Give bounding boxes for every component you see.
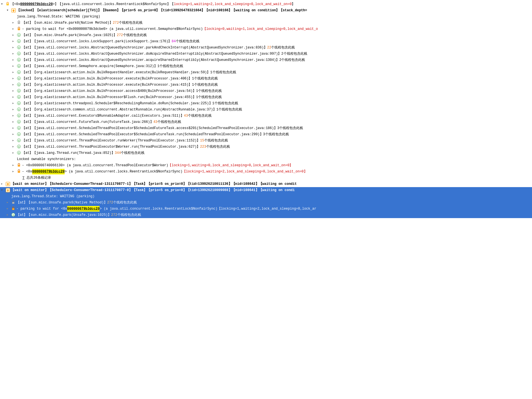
tree-row[interactable]: ▶S【at】【java.util.concurrent.FutureTask.r…	[0, 119, 532, 125]
tree-row[interactable]: ▶S【at】【org.elasticsearch.action.bulk.Bul…	[0, 94, 532, 100]
tree-row[interactable]: ▶S【at】【java.util.concurrent.locks.Abstra…	[0, 51, 532, 57]
toggle-icon[interactable]: ▶	[1, 181, 5, 187]
svg-text:S: S	[18, 65, 19, 68]
text-content: 【<0x	[11, 1, 20, 7]
text-content: 【at】【sun.misc.Unsafe.park(Unsafe.java:10…	[16, 212, 111, 218]
toggle-icon[interactable]: ▶	[12, 26, 16, 32]
text-magenta-content: 84	[172, 39, 175, 44]
tree-row[interactable]: ▶【at】【sun.misc.Unsafe.park0(Native Metho…	[0, 20, 532, 26]
tree-row[interactable]: ▼【wait on monitor】【Schedulerx-ConsumerTh…	[0, 187, 532, 193]
toggle-icon[interactable]: ▶	[12, 88, 16, 94]
tree-row[interactable]: ▶S【at】【java.util.concurrent.locks.Abstra…	[0, 57, 532, 63]
toggle-icon[interactable]: ▶	[12, 119, 16, 125]
tree-row[interactable]: ▶【wait on monitor】【Schedulerx-ConsumerTh…	[0, 181, 532, 187]
lock-icon	[11, 200, 16, 205]
tree-row[interactable]: ▶S【at】【java.util.concurrent.locks.LockSu…	[0, 38, 532, 45]
toggle-icon[interactable]: ▶	[12, 169, 16, 174]
toggle-icon[interactable]: ▶	[12, 101, 16, 106]
toggle-icon[interactable]: ▶	[12, 132, 16, 137]
toggle-icon[interactable]: ▼	[1, 1, 5, 7]
toggle-icon[interactable]: ▶	[7, 200, 11, 205]
text-content: 【at】【java.util.concurrent.Semaphore.acqu…	[22, 63, 183, 69]
tree-row[interactable]: ▶S【at】【sun.misc.Unsafe.park(Unsafe.java:…	[0, 32, 532, 38]
toggle-icon[interactable]: ▶	[12, 45, 16, 50]
svg-text:S: S	[18, 96, 19, 99]
tree-row[interactable]: ▶S【at】【org.elasticsearch.action.bulk.Bul…	[0, 69, 532, 76]
text-content: 【at】【java.util.concurrent.FutureTask.run…	[22, 119, 153, 125]
tree-row[interactable]: ▶S【at】【java.util.concurrent.ThreadPoolEx…	[0, 138, 532, 144]
toggle-icon[interactable]: ▶	[12, 70, 16, 75]
toggle-icon[interactable]: ▼	[7, 8, 11, 13]
toggle-icon[interactable]: ▶	[12, 163, 16, 168]
tree-row[interactable]: ▶S【at】【org.elasticsearch.action.bulk.Bul…	[0, 82, 532, 88]
text-orange-content: 344	[115, 150, 121, 156]
svg-text:S: S	[18, 146, 19, 148]
text-content: 个线程包含此栈	[157, 119, 181, 125]
tree-row[interactable]: ▶S【at】【java.util.concurrent.locks.Abstra…	[0, 45, 532, 51]
tree-row[interactable]: java.lang.Thread.State: WAITING (parking…	[0, 193, 532, 200]
text-orange-hl-content: 272	[111, 212, 117, 218]
tree-row[interactable]: ▶S【at】【org.elasticsearch.common.util.con…	[0, 107, 532, 113]
toggle-icon[interactable]: ▶	[12, 51, 16, 57]
toggle-icon[interactable]: ▶	[12, 32, 16, 38]
toggle-icon[interactable]: ▼	[1, 187, 5, 193]
tree-row[interactable]: ▶- <0x000000079b3dcc20> (a java.util.con…	[0, 169, 532, 175]
tree-row[interactable]: ▶S【at】【java.util.concurrent.Executors$Ru…	[0, 113, 532, 119]
tree-row[interactable]: ▶S【at】【java.lang.Thread.run(Thread.java:…	[0, 150, 532, 156]
toggle-icon[interactable]: ▶	[12, 57, 16, 63]
toggle-icon[interactable]: ▶	[12, 150, 16, 156]
toggle-icon[interactable]: ▶	[12, 107, 16, 112]
toggle-icon[interactable]: ▶	[12, 144, 16, 150]
tree-row[interactable]: ▶- parking to wait for <0x000000079b3dcb…	[0, 26, 532, 32]
stack-icon: S	[17, 145, 21, 149]
svg-point-50	[19, 172, 19, 172]
toggle-icon[interactable]: ▶	[12, 94, 16, 100]
text-content: 【at】【sun.misc.Unsafe.park0(Native Method…	[16, 200, 107, 205]
svg-text:S: S	[18, 140, 19, 142]
toggle-icon[interactable]: ▶	[7, 206, 11, 212]
stack-icon: S	[17, 95, 21, 99]
tree-row[interactable]: ▼【<0x000000079b3dcc20>】【java.util.concur…	[0, 1, 532, 7]
toggle-icon[interactable]: ▶	[12, 76, 16, 81]
text-content: 个线程包含此栈	[119, 20, 142, 26]
tree-row[interactable]: ▶【at】【sun.misc.Unsafe.park0(Native Metho…	[0, 200, 532, 206]
tree-row[interactable]: ▶S【at】【java.util.concurrent.ScheduledThr…	[0, 131, 532, 138]
toggle-icon[interactable]: ▶	[12, 82, 16, 88]
tree-row[interactable]: ▶S【at】【java.util.concurrent.ThreadPoolEx…	[0, 144, 532, 150]
stack-icon: S	[17, 64, 21, 68]
tree-row[interactable]: java.lang.Thread.State: WAITING (parking…	[0, 14, 532, 20]
thread-icon	[6, 182, 10, 186]
tree-row[interactable]: Locked ownable synchronizers:	[0, 156, 532, 162]
tree-row[interactable]: ∑ 总共26条栈记录	[0, 175, 532, 181]
svg-text:S: S	[18, 78, 19, 80]
text-bold-content: 【wait on monitor】【Schedulerx-ConsumerThr…	[11, 181, 297, 187]
toggle-icon[interactable]: ▶	[12, 125, 16, 131]
tree-row[interactable]: ▶S【at】【org.elasticsearch.action.bulk.Bul…	[0, 88, 532, 94]
text-orange-content: 223	[200, 144, 206, 150]
thread-icon	[6, 188, 10, 192]
thread-dump-view: ▼【<0x000000079b3dcc20>】【java.util.concur…	[0, 0, 532, 219]
tree-row[interactable]: ▶S【at】【org.elasticsearch.action.bulk.Bul…	[0, 76, 532, 82]
tree-row[interactable]: ▶- <0x000000740066130> (a java.util.conc…	[0, 162, 532, 169]
toggle-icon[interactable]: ▶	[12, 63, 16, 69]
toggle-icon[interactable]: ▶	[7, 212, 11, 218]
toggle-icon[interactable]: ▶	[12, 138, 16, 143]
text-content: 】	[292, 1, 295, 7]
toggle-icon[interactable]: ▶	[12, 113, 16, 119]
stack-icon: S	[17, 120, 21, 124]
toggle-icon[interactable]: ▶	[12, 20, 16, 26]
tree-row[interactable]: ▶S【at】【org.elasticsearch.threadpool.Sche…	[0, 100, 532, 107]
text-content: 【at】【org.elasticsearch.action.bulk.BulkP…	[22, 94, 222, 100]
text-orange-content: 43	[153, 119, 157, 125]
stack-icon: S	[17, 33, 21, 37]
tree-row[interactable]: ▶S【at】【java.util.concurrent.Semaphore.ac…	[0, 63, 532, 69]
tree-row[interactable]: ▼【locked】【elasticsearch[scheduler][T#1]】…	[0, 7, 532, 14]
tree-row[interactable]: ▶S【at】【java.util.concurrent.ScheduledThr…	[0, 125, 532, 131]
text-bold-underline-content: 000000079b3dcc20	[20, 1, 53, 7]
stack-icon: S	[17, 89, 21, 93]
toggle-icon[interactable]: ▶	[12, 39, 16, 44]
svg-text:S: S	[18, 134, 19, 136]
tree-row[interactable]: ▶- parking to wait for <0x000000079b3dcc…	[0, 206, 532, 212]
svg-point-48	[19, 165, 19, 166]
tree-row[interactable]: ▶S【at】【sun.misc.Unsafe.park(Unsafe.java:…	[0, 212, 532, 218]
